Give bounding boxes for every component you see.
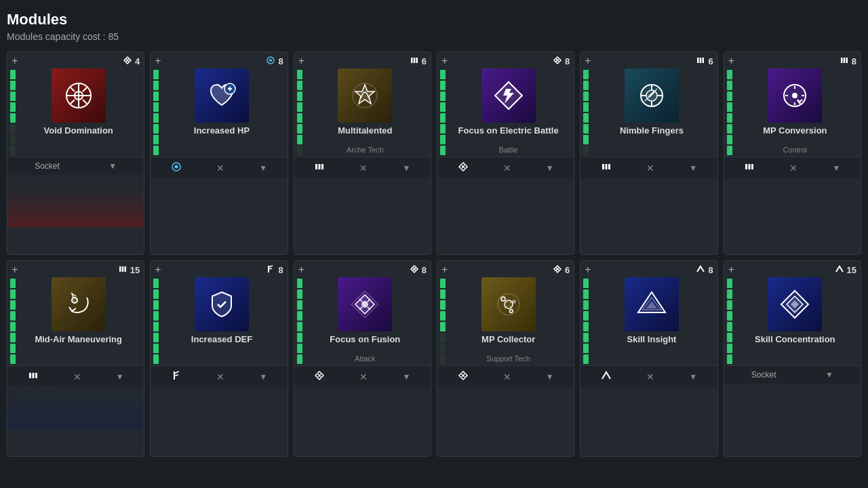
bar-segment (10, 102, 16, 112)
footer-socket-label: Socket (751, 370, 776, 380)
module-category: Battle (499, 146, 518, 157)
card-footer[interactable]: ✕ ▼ (294, 157, 431, 178)
bar-segment (153, 124, 159, 134)
footer-remove[interactable]: ✕ (646, 371, 654, 382)
footer-dropdown[interactable]: ▼ (825, 370, 833, 380)
card-main-content: MP Collector Support Tech (447, 277, 570, 365)
bar-segment (10, 333, 16, 342)
footer-dropdown[interactable]: ▼ (108, 161, 117, 171)
svg-rect-17 (697, 58, 699, 63)
footer-dropdown[interactable]: ▼ (116, 372, 124, 382)
card-footer[interactable]: Socket ▼ (724, 365, 861, 384)
footer-type-icon[interactable] (171, 370, 182, 383)
footer-dropdown[interactable]: ▼ (403, 163, 411, 173)
footer-type-icon[interactable] (458, 370, 469, 383)
bar-segment (440, 333, 446, 342)
footer-type-icon[interactable] (28, 370, 39, 383)
bar-segment (297, 289, 302, 299)
footer-remove[interactable]: ✕ (359, 163, 368, 174)
card-add-button[interactable]: + (155, 55, 161, 67)
footer-type-icon[interactable] (458, 161, 469, 174)
bar-segment (583, 354, 589, 364)
card-add-button[interactable]: + (298, 264, 304, 276)
cost-icon (835, 264, 844, 276)
footer-remove[interactable]: ✕ (216, 371, 224, 382)
footer-dropdown[interactable]: ▼ (689, 163, 697, 173)
footer-type-icon[interactable] (314, 370, 325, 383)
card-right-spacer (856, 68, 861, 157)
footer-dropdown[interactable]: ▼ (403, 372, 411, 382)
card-add-button[interactable]: + (12, 55, 18, 67)
footer-dropdown[interactable]: ▼ (546, 372, 554, 382)
card-top: + 8 (151, 261, 287, 277)
bar-segment (153, 300, 159, 310)
card-footer[interactable]: ✕ ▼ (724, 157, 861, 178)
cost-value: 8 (278, 265, 283, 275)
bar-segment (153, 70, 159, 79)
module-card-mp-collector: + 6 MP Collector Support Tech ✕ (437, 260, 574, 457)
card-add-button[interactable]: + (585, 264, 591, 276)
card-footer[interactable]: ✕ ▼ (437, 157, 574, 178)
module-icon (195, 277, 249, 331)
cost-icon (266, 56, 275, 67)
card-add-button[interactable]: + (728, 55, 734, 67)
card-footer[interactable]: ✕ ▼ (151, 365, 287, 387)
footer-remove[interactable]: ✕ (73, 371, 81, 382)
svg-rect-30 (745, 164, 747, 169)
footer-remove[interactable]: ✕ (359, 371, 368, 382)
modules-grid: + 4 Void Domination Socket ▼ (7, 52, 861, 457)
footer-dropdown[interactable]: ▼ (833, 163, 841, 173)
card-right-spacer (427, 277, 431, 365)
footer-dropdown[interactable]: ▼ (259, 163, 267, 173)
footer-remove[interactable]: ✕ (646, 163, 654, 174)
footer-type-icon[interactable] (744, 161, 755, 174)
svg-rect-32 (751, 164, 753, 169)
card-cost: 6 (696, 56, 713, 67)
bar-segment (440, 279, 446, 288)
cost-value: 4 (135, 56, 140, 66)
bar-segment (440, 124, 446, 134)
card-footer[interactable]: ✕ ▼ (294, 365, 431, 387)
footer-dropdown[interactable]: ▼ (546, 163, 554, 173)
card-add-button[interactable]: + (155, 264, 161, 276)
module-name: Void Domination (44, 125, 113, 137)
card-right-spacer (570, 277, 574, 365)
card-center: Multitalented Arche Tech (294, 68, 431, 157)
footer-type-icon[interactable] (601, 161, 612, 174)
card-add-button[interactable]: + (585, 55, 591, 67)
card-footer[interactable]: ✕ ▼ (151, 157, 287, 178)
card-footer[interactable]: Socket ▼ (7, 157, 144, 175)
footer-remove[interactable]: ✕ (789, 163, 797, 174)
footer-remove[interactable]: ✕ (503, 371, 511, 382)
bars-column (151, 68, 160, 157)
card-main-content: Void Domination (17, 68, 140, 157)
card-footer[interactable]: ✕ ▼ (7, 365, 144, 387)
card-footer[interactable]: ✕ ▼ (580, 157, 717, 178)
footer-remove[interactable]: ✕ (503, 163, 511, 174)
bar-segment (440, 300, 446, 310)
card-add-button[interactable]: + (12, 264, 18, 276)
cost-icon (410, 56, 419, 67)
module-card-focus-on-electric: + 8 Focus on Electric Battle Battle (437, 52, 574, 255)
card-main-content: MP Conversion Control (734, 68, 856, 157)
svg-rect-25 (841, 58, 843, 63)
card-add-button[interactable]: + (441, 264, 448, 276)
card-footer[interactable]: ✕ ▼ (580, 365, 717, 387)
footer-dropdown[interactable]: ▼ (259, 372, 267, 382)
bar-segment (153, 81, 159, 90)
card-add-button[interactable]: + (728, 264, 734, 276)
svg-rect-22 (602, 164, 604, 169)
card-cost: 8 (266, 56, 283, 67)
card-gradient (7, 186, 144, 227)
footer-dropdown[interactable]: ▼ (689, 372, 697, 382)
footer-remove[interactable]: ✕ (216, 163, 224, 174)
card-center: Skill Concentration (724, 277, 861, 365)
card-add-button[interactable]: + (298, 55, 304, 67)
cost-icon (696, 56, 705, 67)
footer-type-icon[interactable] (171, 161, 182, 174)
footer-type-icon[interactable] (601, 370, 612, 383)
card-footer[interactable]: ✕ ▼ (437, 365, 574, 387)
bar-segment (10, 322, 16, 331)
footer-type-icon[interactable] (314, 161, 325, 174)
card-add-button[interactable]: + (441, 55, 448, 67)
